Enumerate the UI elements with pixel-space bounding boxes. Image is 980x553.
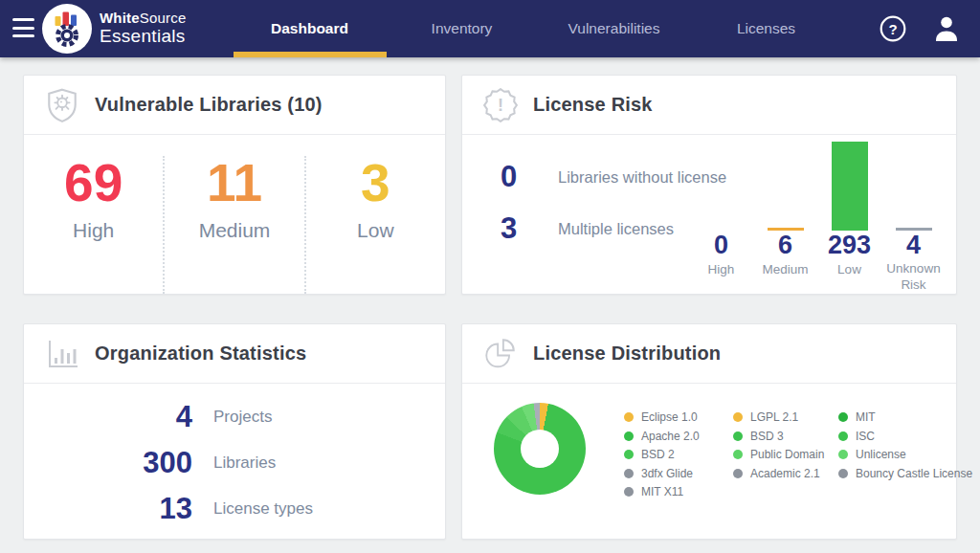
license-donut bbox=[494, 403, 586, 495]
legend-dot bbox=[838, 450, 848, 459]
legend-label: Public Domain bbox=[750, 448, 824, 461]
card-license-risk: ! License Risk 0 Libraries without licen… bbox=[461, 75, 957, 295]
stat-label: Projects bbox=[213, 408, 272, 427]
tab-licenses[interactable]: Licenses bbox=[690, 0, 842, 57]
legend-item: Apache 2.0 bbox=[624, 430, 733, 443]
legend-label: ISC bbox=[856, 430, 875, 443]
stat-number: 4 bbox=[24, 400, 192, 434]
legend-dot bbox=[838, 431, 848, 441]
svg-text:?: ? bbox=[888, 21, 897, 37]
vuln-stat: 3 Low bbox=[304, 156, 445, 294]
main-nav: Dashboard Inventory Vulnerabilities Lice… bbox=[234, 0, 842, 57]
bar-label: Medium bbox=[762, 262, 808, 278]
dashboard-grid: Vulnerable Libraries (10) 69 High 11 Med… bbox=[0, 57, 980, 540]
card-title: License Distribution bbox=[533, 343, 721, 365]
bar-column-unknown: 4 Unknown Risk bbox=[881, 135, 946, 294]
brand-subname: Essentials bbox=[100, 26, 187, 47]
tab-vulnerabilities[interactable]: Vulnerabilities bbox=[538, 0, 690, 57]
brand-name-bold: White bbox=[100, 10, 140, 26]
legend-label: Apache 2.0 bbox=[641, 430, 700, 443]
brand-name-light: Source bbox=[140, 10, 187, 26]
medium-count: 11 bbox=[165, 156, 303, 211]
legend-item: MIT bbox=[838, 410, 972, 424]
legend-label: Eclipse 1.0 bbox=[641, 410, 698, 424]
legend-dot bbox=[733, 412, 743, 422]
stat-label: Libraries bbox=[213, 453, 276, 473]
tab-inventory[interactable]: Inventory bbox=[386, 0, 538, 57]
alert-seal-icon: ! bbox=[481, 88, 520, 122]
license-risk-bar-chart: 0 High 6 Medium 293 Low 4 Unknown Risk bbox=[689, 135, 946, 294]
legend-dot bbox=[624, 431, 634, 441]
legend-item: ISC bbox=[838, 430, 972, 443]
organization-stats: 4 Projects 300 Libraries 13 License type… bbox=[24, 384, 445, 539]
legend-label: BSD 3 bbox=[750, 430, 784, 443]
low-label: Low bbox=[306, 219, 445, 242]
multiple-licenses-stat: 3 Multiple licenses bbox=[501, 211, 674, 246]
pie-chart-icon bbox=[481, 336, 520, 372]
bar-label: Low bbox=[837, 262, 861, 278]
bar-value: 0 bbox=[714, 232, 728, 260]
user-icon[interactable] bbox=[930, 13, 963, 44]
card-title: License Risk bbox=[533, 94, 653, 116]
stat-label: Multiple licenses bbox=[558, 220, 674, 238]
legend-label: Academic 2.1 bbox=[750, 467, 820, 480]
legend-item: MIT X11 bbox=[624, 485, 733, 498]
legend-label: Bouncy Castle License bbox=[856, 467, 972, 480]
card-vulnerable-libraries: Vulnerable Libraries (10) 69 High 11 Med… bbox=[23, 75, 446, 295]
hamburger-icon[interactable] bbox=[12, 18, 34, 37]
libraries-stat: 300 Libraries bbox=[24, 440, 445, 486]
brand-logo[interactable] bbox=[42, 4, 92, 54]
high-label: High bbox=[24, 219, 163, 242]
vulnerability-stats: 69 High 11 Medium 3 Low bbox=[24, 135, 445, 294]
card-license-distribution: License Distribution Eclipse 1.0 Apache … bbox=[461, 323, 957, 540]
license-legend: Eclipse 1.0 Apache 2.0 BSD 2 3dfx Glide … bbox=[624, 403, 972, 498]
bar-column-medium: 6 Medium bbox=[753, 135, 817, 294]
shield-bug-icon bbox=[43, 87, 81, 123]
legend-dot bbox=[838, 412, 848, 422]
bar-value: 6 bbox=[778, 232, 792, 260]
bar-low bbox=[832, 142, 868, 231]
bar-value: 293 bbox=[828, 232, 871, 260]
legend-dot bbox=[624, 412, 634, 422]
tab-dashboard[interactable]: Dashboard bbox=[234, 0, 386, 57]
card-title: Organization Statistics bbox=[95, 343, 306, 365]
bar-column-low: 293 Low bbox=[817, 135, 881, 294]
legend-label: BSD 2 bbox=[641, 448, 675, 461]
legend-item: Academic 2.1 bbox=[733, 467, 838, 480]
stat-number: 0 bbox=[501, 160, 525, 194]
legend-dot bbox=[733, 469, 743, 478]
legend-item: LGPL 2.1 bbox=[733, 410, 838, 424]
legend-dot bbox=[733, 450, 743, 459]
legend-item: Public Domain bbox=[733, 448, 838, 461]
legend-label: MIT X11 bbox=[641, 485, 683, 498]
legend-label: Unlicense bbox=[856, 448, 906, 461]
license-types-stat: 13 License types bbox=[24, 486, 445, 532]
stat-number: 13 bbox=[24, 492, 192, 526]
vuln-stat: 11 Medium bbox=[163, 156, 303, 294]
legend-dot bbox=[624, 469, 634, 478]
license-risk-body: 0 Libraries without license 3 Multiple l… bbox=[462, 135, 956, 294]
medium-label: Medium bbox=[165, 219, 303, 242]
stat-label: License types bbox=[213, 499, 313, 519]
top-navbar: WhiteSource Essentials Dashboard Invento… bbox=[0, 0, 980, 57]
bar-label: High bbox=[708, 262, 735, 278]
legend-item: 3dfx Glide bbox=[624, 467, 733, 480]
card-organization-statistics: Organization Statistics 4 Projects 300 L… bbox=[23, 323, 446, 540]
card-title: Vulnerable Libraries (10) bbox=[95, 94, 323, 116]
bar-chart-icon bbox=[43, 338, 81, 370]
brand-name: WhiteSource Essentials bbox=[100, 10, 187, 47]
projects-stat: 4 Projects bbox=[24, 394, 445, 440]
high-count: 69 bbox=[24, 156, 163, 211]
help-icon[interactable]: ? bbox=[879, 14, 907, 43]
legend-dot bbox=[733, 431, 743, 441]
vuln-stat: 69 High bbox=[24, 156, 163, 294]
legend-item: BSD 2 bbox=[624, 448, 733, 461]
legend-item: Unlicense bbox=[838, 448, 972, 461]
license-distribution-body: Eclipse 1.0 Apache 2.0 BSD 2 3dfx Glide … bbox=[462, 384, 956, 539]
legend-dot bbox=[838, 469, 848, 478]
low-count: 3 bbox=[306, 156, 445, 211]
legend-item: Bouncy Castle License bbox=[838, 467, 972, 480]
bar-column-high: 0 High bbox=[689, 135, 753, 294]
legend-dot bbox=[624, 450, 634, 459]
stat-number: 300 bbox=[24, 446, 192, 480]
